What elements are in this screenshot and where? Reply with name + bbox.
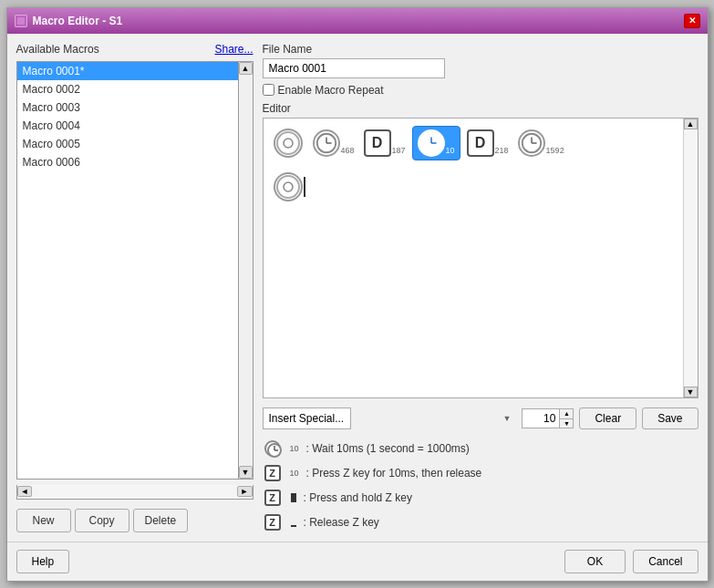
list-buttons: New Copy Delete bbox=[16, 509, 254, 532]
svg-point-1 bbox=[277, 132, 299, 154]
legend-item-press-release: Z 10 : Press Z key for 10ms, then releas… bbox=[263, 463, 698, 483]
scroll-down-btn[interactable]: ▼ bbox=[239, 466, 253, 479]
macro-items-row-2 bbox=[271, 170, 672, 204]
ok-button[interactable]: OK bbox=[564, 550, 626, 573]
legend-z-key-icon-1: Z bbox=[263, 463, 283, 483]
editor-canvas[interactable]: ▲ ▼ bbox=[263, 118, 698, 398]
number-input[interactable] bbox=[523, 409, 559, 428]
cancel-button[interactable]: Cancel bbox=[633, 550, 698, 573]
insert-special-select[interactable]: Insert Special... Keystroke Delay Text bbox=[263, 407, 351, 429]
macro-item-dkey-1[interactable]: D 187 bbox=[361, 127, 409, 160]
cursor bbox=[304, 177, 305, 197]
editor-scrollbar[interactable]: ▲ ▼ bbox=[683, 119, 698, 397]
enable-repeat-checkbox[interactable] bbox=[263, 84, 274, 96]
file-name-section: File Name bbox=[263, 43, 698, 78]
item-number: 468 bbox=[341, 146, 355, 155]
macro-item-clock-highlighted[interactable]: 10 bbox=[412, 126, 460, 160]
legend-text-4: : Release Z key bbox=[304, 516, 379, 529]
item-number: 10 bbox=[446, 146, 455, 155]
legend-sub-1: 10 bbox=[290, 444, 299, 453]
macro-item-clock-2[interactable]: 1592 bbox=[515, 127, 567, 160]
d-key-icon: D bbox=[364, 129, 391, 157]
legend-section: 10 : Wait 10ms (1 second = 1000ms) Z 10 … bbox=[263, 438, 698, 532]
list-item[interactable]: Macro 0004 bbox=[17, 117, 238, 135]
clock-icon-2 bbox=[518, 129, 545, 157]
left-panel-header: Available Macros Share... bbox=[16, 43, 254, 56]
insert-special-wrapper: Insert Special... Keystroke Delay Text bbox=[263, 407, 517, 429]
footer-right: OK Cancel bbox=[564, 550, 698, 573]
file-name-label: File Name bbox=[263, 43, 698, 56]
close-button[interactable]: ✕ bbox=[684, 14, 700, 28]
enable-repeat-label: Enable Macro Repeat bbox=[278, 84, 384, 97]
macro-item-circle-1[interactable] bbox=[271, 126, 306, 160]
legend-z-key-3: Z bbox=[264, 514, 281, 531]
svg-rect-0 bbox=[16, 16, 26, 26]
item-number: 187 bbox=[392, 146, 406, 155]
share-link[interactable]: Share... bbox=[214, 43, 253, 56]
delete-button[interactable]: Delete bbox=[133, 509, 189, 532]
scroll-up-btn[interactable]: ▲ bbox=[239, 62, 253, 75]
number-input-wrapper: ▲ ▼ bbox=[522, 408, 574, 428]
right-panel: File Name Enable Macro Repeat Editor ▲ ▼ bbox=[263, 43, 698, 532]
new-button[interactable]: New bbox=[16, 509, 71, 532]
legend-z-key-icon-3: Z bbox=[263, 512, 283, 532]
scroll-right-btn[interactable]: ► bbox=[237, 486, 253, 497]
enable-repeat-row: Enable Macro Repeat bbox=[263, 84, 698, 97]
spin-down-btn[interactable]: ▼ bbox=[560, 418, 573, 428]
macro-item-circle-2[interactable] bbox=[271, 170, 308, 204]
available-macros-label: Available Macros bbox=[16, 43, 99, 56]
list-item[interactable]: Macro 0002 bbox=[17, 80, 238, 98]
legend-clock-icon bbox=[263, 438, 283, 459]
list-item[interactable]: Macro 0001* bbox=[17, 62, 238, 80]
scroll-left-btn[interactable]: ◄ bbox=[17, 486, 33, 497]
editor-scroll-down[interactable]: ▼ bbox=[684, 387, 698, 397]
hold-indicator bbox=[291, 493, 296, 502]
legend-text-3: : Press and hold Z key bbox=[304, 491, 412, 504]
list-item[interactable]: Macro 0003 bbox=[17, 98, 238, 117]
spin-up-btn[interactable]: ▲ bbox=[560, 409, 573, 418]
editor-scroll-up[interactable]: ▲ bbox=[684, 119, 698, 129]
item-number: 218 bbox=[495, 146, 509, 155]
list-item[interactable]: Macro 0006 bbox=[17, 153, 238, 171]
spinners: ▲ ▼ bbox=[559, 409, 573, 428]
clock-icon bbox=[313, 129, 340, 157]
editor-label: Editor bbox=[263, 102, 698, 115]
clock-highlighted-icon bbox=[418, 129, 445, 157]
release-indicator bbox=[291, 518, 296, 527]
title-bar: Macro Editor - S1 ✕ bbox=[7, 8, 708, 34]
footer: Help OK Cancel bbox=[7, 542, 708, 581]
legend-clock bbox=[264, 440, 281, 457]
file-name-input[interactable] bbox=[263, 58, 445, 78]
title-bar-left: Macro Editor - S1 bbox=[15, 15, 123, 27]
d-key-icon-2: D bbox=[467, 129, 494, 157]
clear-button[interactable]: Clear bbox=[579, 407, 636, 429]
circle-icon-2 bbox=[274, 172, 303, 201]
help-button[interactable]: Help bbox=[16, 550, 70, 573]
save-button[interactable]: Save bbox=[642, 407, 698, 429]
content-area: Available Macros Share... Macro 0001* Ma… bbox=[7, 34, 708, 542]
circle-icon bbox=[274, 129, 303, 158]
macro-items-row-1: 468 D 187 bbox=[271, 126, 672, 160]
list-item[interactable]: Macro 0005 bbox=[17, 135, 238, 153]
editor-section: Editor ▲ ▼ bbox=[263, 102, 698, 398]
macro-item-dkey-2[interactable]: D 218 bbox=[464, 127, 512, 160]
app-icon bbox=[15, 15, 27, 27]
window-title: Macro Editor - S1 bbox=[33, 15, 123, 27]
legend-item-wait: 10 : Wait 10ms (1 second = 1000ms) bbox=[263, 438, 698, 459]
insert-row: Insert Special... Keystroke Delay Text ▲… bbox=[263, 407, 698, 429]
legend-z-key-1: Z bbox=[264, 465, 281, 481]
left-panel: Available Macros Share... Macro 0001* Ma… bbox=[16, 43, 254, 532]
macro-item-clock-1[interactable]: 468 bbox=[310, 127, 357, 160]
macro-list: Macro 0001* Macro 0002 Macro 0003 Macro … bbox=[17, 62, 238, 171]
svg-point-12 bbox=[277, 176, 299, 198]
legend-text-2: : Press Z key for 10ms, then release bbox=[306, 467, 482, 480]
legend-text-1: : Wait 10ms (1 second = 1000ms) bbox=[306, 442, 470, 455]
list-scrollbar[interactable]: ▲ ▼ bbox=[239, 61, 254, 480]
legend-item-hold: Z : Press and hold Z key bbox=[263, 488, 698, 508]
h-scrollbar[interactable]: ◄ ► bbox=[16, 485, 254, 500]
legend-item-release: Z : Release Z key bbox=[263, 512, 698, 532]
copy-button[interactable]: Copy bbox=[75, 509, 129, 532]
legend-sub-2: 10 bbox=[290, 469, 299, 478]
item-number: 1592 bbox=[546, 146, 564, 155]
macro-editor-window: Macro Editor - S1 ✕ Available Macros Sha… bbox=[6, 7, 709, 582]
